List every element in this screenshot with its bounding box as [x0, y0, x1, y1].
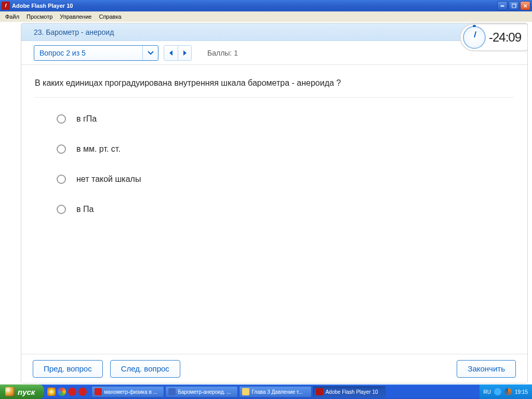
option-label: нет такой шкалы [76, 175, 141, 184]
window-titlebar: f Adobe Flash Player 10 ━ ❐ ✕ [0, 0, 532, 11]
option-4[interactable]: в Па [57, 205, 492, 214]
quick-icon[interactable] [47, 388, 56, 396]
menu-help[interactable]: Справка [96, 12, 124, 21]
stopwatch-icon [463, 26, 486, 49]
task-label: Adobe Flash Player 10 [325, 389, 378, 395]
opera-icon [95, 388, 102, 395]
next-arrow-button[interactable] [178, 46, 191, 60]
folder-icon [242, 388, 249, 395]
prev-question-button[interactable]: Пред. вопрос [33, 360, 103, 378]
quiz-title: 23. Барометр - анероид [34, 28, 114, 36]
word-icon [168, 388, 176, 395]
tray-clock[interactable]: 19:15 [515, 389, 528, 395]
start-button[interactable]: пуск [0, 384, 44, 399]
menubar: Файл Просмотр Управление Справка [0, 11, 532, 22]
language-indicator[interactable]: RU [484, 389, 491, 395]
maximize-button[interactable]: ❐ [509, 1, 519, 10]
flash-icon [316, 388, 323, 395]
tray-icon[interactable] [494, 388, 501, 395]
close-button[interactable]: ✕ [520, 1, 530, 10]
chevron-down-icon [142, 46, 158, 60]
window-controls: ━ ❐ ✕ [497, 1, 530, 10]
task-label: Глава 3 Давление т... [251, 389, 302, 395]
timer-value: -24:09 [489, 30, 521, 45]
question-dropdown[interactable]: Вопрос 2 из 5 [34, 45, 158, 61]
timer: -24:09 [460, 23, 528, 51]
question-nav [164, 45, 192, 61]
taskbar-tasks: манометр-физика в ... Барометр-анероид. … [90, 384, 479, 399]
task-item-active[interactable]: Adobe Flash Player 10 [313, 386, 385, 397]
opera-icon-2[interactable] [78, 388, 87, 396]
windows-logo-icon [5, 387, 15, 396]
option-label: в Па [76, 205, 94, 214]
option-3[interactable]: нет такой шкалы [57, 175, 492, 184]
taskbar: пуск манометр-физика в ... Барометр-анер… [0, 384, 532, 399]
option-label: в гПа [76, 114, 97, 124]
task-item[interactable]: Барометр-анероид. ... [165, 386, 238, 397]
menu-control[interactable]: Управление [57, 12, 95, 21]
system-tray: RU 19:15 [480, 384, 532, 399]
quiz-header: 23. Барометр - анероид [21, 23, 527, 41]
menu-file[interactable]: Файл [2, 12, 22, 21]
flash-icon: f [2, 2, 10, 10]
menu-view[interactable]: Просмотр [23, 12, 56, 21]
chrome-icon[interactable] [58, 388, 66, 396]
task-label: Барометр-анероид. ... [178, 389, 231, 395]
start-label: пуск [18, 388, 35, 396]
next-question-button[interactable]: След. вопрос [110, 360, 180, 378]
app-area: 23. Барометр - анероид Вопрос 2 из 5 Бал… [0, 22, 532, 384]
task-label: манометр-физика в ... [104, 389, 157, 395]
question-text: В каких единицах проградуирована внутрен… [35, 78, 514, 98]
points-label: Баллы: 1 [207, 49, 238, 57]
option-2[interactable]: в мм. рт. ст. [57, 144, 492, 154]
question-dropdown-label: Вопрос 2 из 5 [39, 49, 86, 57]
minimize-button[interactable]: ━ [497, 1, 508, 10]
opera-icon[interactable] [68, 388, 76, 396]
radio-icon[interactable] [57, 205, 66, 214]
option-label: в мм. рт. ст. [76, 144, 121, 154]
task-item[interactable]: Глава 3 Давление т... [239, 386, 312, 397]
tray-icon[interactable] [504, 388, 512, 395]
finish-button[interactable]: Закончить [457, 360, 516, 378]
options-list: в гПа в мм. рт. ст. нет такой шкалы в Па [35, 98, 514, 231]
radio-icon[interactable] [57, 175, 66, 184]
option-1[interactable]: в гПа [57, 114, 492, 124]
quiz-toolbar: Вопрос 2 из 5 Баллы: 1 -24:09 [21, 41, 527, 65]
question-content: В каких единицах проградуирована внутрен… [21, 65, 527, 354]
prev-arrow-button[interactable] [164, 46, 178, 60]
window-title: Adobe Flash Player 10 [12, 3, 73, 9]
triangle-right-icon [182, 50, 188, 56]
radio-icon[interactable] [57, 114, 66, 124]
triangle-left-icon [168, 50, 174, 56]
radio-icon[interactable] [57, 144, 66, 154]
quick-launch [44, 384, 90, 399]
task-item[interactable]: манометр-физика в ... [91, 386, 164, 397]
quiz-footer: Пред. вопрос След. вопрос Закончить [21, 354, 527, 383]
